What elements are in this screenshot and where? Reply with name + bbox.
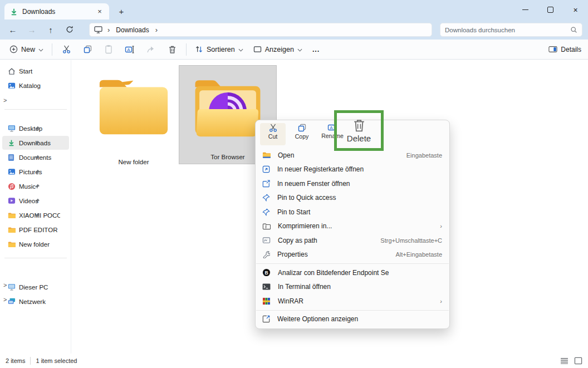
context-copy-button[interactable]: Copy [289, 123, 315, 145]
open-new-window-icon [262, 180, 270, 188]
sidebar-divider [4, 258, 67, 258]
navigation-pane: Start Katalog > Desktop Downloads [0, 60, 71, 354]
search-box[interactable] [440, 23, 582, 37]
toolbar-divider [186, 43, 187, 56]
open-new-tab-icon [262, 165, 270, 173]
pin-icon [8, 213, 67, 218]
sidebar-item-pdf-editor[interactable]: PDF EDITOR [2, 223, 69, 237]
menu-item-open-terminal[interactable]: In Terminal öffnen [256, 280, 449, 295]
menu-item-open-new-tab[interactable]: In neuer Registerkarte öffnen [256, 163, 449, 177]
pin-icon [262, 208, 270, 216]
details-button[interactable]: Details [561, 46, 581, 53]
command-label: Copy [295, 133, 309, 140]
menu-shortcut: Strg+Umschalttaste+C [380, 237, 442, 244]
copy-button[interactable] [77, 41, 98, 58]
menu-item-pin-start[interactable]: Pin to Start [256, 205, 449, 219]
submenu-chevron-icon: › [440, 298, 442, 305]
copy-icon [297, 123, 307, 133]
plus-circle-icon [9, 45, 18, 53]
search-input[interactable] [445, 27, 570, 33]
sidebar-item-label: Start [19, 68, 32, 75]
address-bar[interactable]: › Downloads › [89, 23, 432, 37]
menu-item-label: WinRAR [278, 297, 433, 305]
new-tab-button[interactable]: + [115, 4, 128, 18]
share-button[interactable] [140, 41, 161, 58]
delete-button[interactable] [161, 41, 183, 58]
tab-close-icon[interactable]: × [95, 7, 105, 17]
expand-chevron-icon[interactable]: > [3, 97, 7, 104]
context-menu: Cut Copy A Rename Open Eingab [255, 120, 450, 329]
back-button[interactable]: ← [3, 22, 22, 37]
status-divider [30, 357, 31, 365]
refresh-button[interactable] [60, 22, 79, 37]
breadcrumb[interactable]: Downloads [115, 26, 150, 34]
paste-button[interactable] [98, 41, 119, 58]
rename-button[interactable]: A [119, 41, 140, 58]
delete-highlight-annotation: Delete [334, 110, 384, 151]
breadcrumb-chevron-icon[interactable]: › [154, 26, 159, 34]
command-toolbar: New A Sortieren [0, 40, 588, 60]
menu-item-show-more-options[interactable]: Weitere Optionen anzeigen [256, 312, 449, 327]
sidebar-item-this-pc[interactable]: Dieser PC [2, 280, 69, 294]
sidebar-item-downloads[interactable]: Downloads [2, 136, 69, 150]
menu-item-label: Pin to Quick access [277, 194, 442, 202]
folder-icon-large [94, 73, 173, 141]
menu-item-label: Weitere Optionen anzeigen [277, 315, 442, 323]
file-name: New folder [119, 159, 149, 165]
sidebar-item-katalog[interactable]: Katalog [2, 78, 69, 92]
sidebar-item-desktop[interactable]: Desktop [2, 121, 69, 135]
sort-button-label: Sortieren [207, 46, 235, 53]
sidebar-item-start[interactable]: Start [2, 64, 69, 78]
sidebar-item-new-folder[interactable]: New folder [2, 237, 69, 251]
download-icon [10, 8, 18, 16]
sidebar-item-documents[interactable]: Documents [2, 150, 69, 164]
file-name: Tor Browser [210, 154, 244, 160]
new-button[interactable]: New [4, 41, 48, 58]
context-menu-list: Open Eingabetaste In neuer Registerkarte… [256, 146, 449, 326]
menu-item-winrar[interactable]: WinRAR › [256, 294, 449, 308]
svg-text:B: B [264, 270, 268, 276]
view-button[interactable]: Anzeigen [248, 41, 307, 58]
delete-command-label[interactable]: Delete [347, 134, 371, 143]
pin-icon [8, 169, 67, 175]
submenu-chevron-icon: › [440, 223, 442, 229]
cut-button[interactable] [56, 41, 77, 58]
sort-button[interactable]: Sortieren [190, 41, 248, 58]
sidebar-item-xiaomi-poco[interactable]: XIAOMI POCO F [2, 208, 69, 222]
menu-item-label: In neuem Fenster öffnen [277, 180, 442, 188]
sidebar-item-network[interactable]: Netzwerk [2, 295, 69, 308]
menu-separator [256, 263, 449, 264]
maximize-button[interactable] [538, 0, 563, 19]
large-icons-view-toggle-icon[interactable] [574, 357, 582, 365]
terminal-icon [262, 283, 271, 290]
minimize-button[interactable] [513, 0, 538, 19]
sidebar-item-pictures[interactable]: Pictures [2, 165, 69, 179]
menu-item-label: In Terminal öffnen [278, 283, 442, 291]
toolbar-divider [52, 43, 52, 56]
items-count: 2 items [6, 357, 25, 364]
context-cut-button[interactable]: Cut [260, 123, 286, 145]
desktop-location-icon [94, 26, 102, 33]
explorer-tab[interactable]: Downloads × [4, 3, 109, 19]
menu-item-open-new-window[interactable]: In neuem Fenster öffnen [256, 176, 449, 191]
sidebar-item-music[interactable]: Music [2, 179, 69, 193]
menu-item-compress[interactable]: Komprimieren in... › [256, 219, 449, 234]
menu-shortcut: Eingabetaste [406, 152, 442, 159]
file-explorer-window: Downloads × + × ← → ↑ › Downloads › [0, 0, 588, 368]
trash-icon[interactable] [352, 118, 366, 133]
sidebar-item-videos[interactable]: Videos [2, 194, 69, 208]
forward-button[interactable]: → [22, 22, 41, 37]
menu-item-properties[interactable]: Properties Alt+Eingabetaste [256, 248, 449, 262]
copy-path-icon [262, 237, 271, 244]
menu-item-copy-as-path[interactable]: Copy as path Strg+Umschalttaste+C [256, 233, 449, 248]
file-tile-new-folder[interactable]: New folder [85, 65, 183, 164]
wrench-icon [262, 251, 270, 258]
more-options-button[interactable]: ... [307, 41, 325, 58]
close-button[interactable]: × [563, 0, 588, 19]
up-button[interactable]: ↑ [41, 22, 60, 37]
menu-item-bitdefender-scan[interactable]: B Analizar con Bitdefender Endpoint Se [256, 266, 449, 280]
selected-count: 1 item selected [36, 357, 77, 364]
sidebar-item-label: Dieser PC [19, 284, 48, 291]
menu-item-pin-quick-access[interactable]: Pin to Quick access [256, 191, 449, 205]
list-view-toggle-icon[interactable] [560, 357, 569, 364]
